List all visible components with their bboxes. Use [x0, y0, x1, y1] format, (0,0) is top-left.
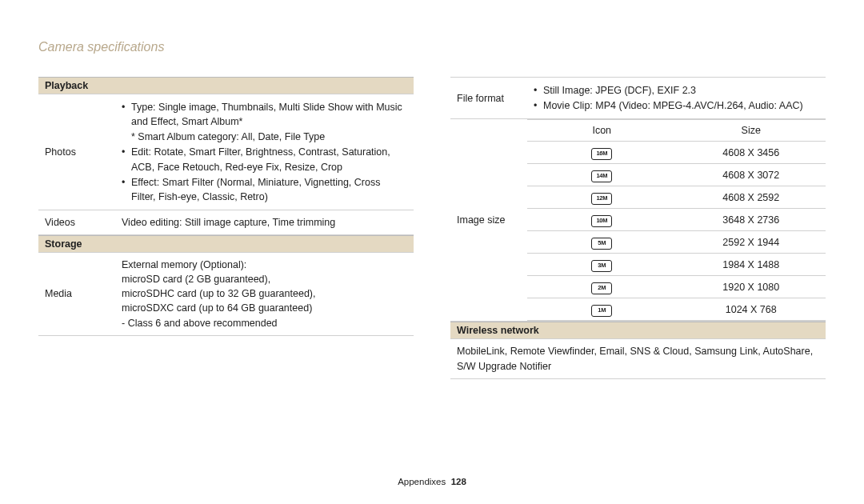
row-media: Media External memory (Optional): microS…	[38, 253, 414, 336]
media-l1: External memory (Optional):	[122, 258, 407, 272]
size-row: 12M4608 X 2592	[527, 186, 826, 209]
image-sizes-table: Icon Size 16M4608 X 3456 14M4608 X 3072 …	[527, 119, 826, 321]
media-l2: microSD card (2 GB guaranteed),	[122, 272, 407, 286]
page-footer: Appendixes 128	[0, 477, 864, 486]
row-photos: Photos Type: Single image, Thumbnails, M…	[38, 94, 414, 210]
size-value: 1024 X 768	[677, 298, 826, 321]
media-l4: microSDXC card (up to 64 GB guaranteed)	[122, 301, 407, 315]
fileformat-value: Still Image: JPEG (DCF), EXIF 2.3 Movie …	[527, 78, 826, 119]
size-value: 1920 X 1080	[677, 276, 826, 298]
photos-value: Type: Single image, Thumbnails, Multi Sl…	[115, 94, 414, 210]
row-imagesize: Image size Icon Size 16M4608 X 3456 14M4…	[450, 119, 826, 322]
size-row: 3M1984 X 1488	[527, 254, 826, 276]
size-value: 3648 X 2736	[677, 209, 826, 231]
playback-table: Photos Type: Single image, Thumbnails, M…	[38, 94, 414, 235]
size-icon: 3M	[591, 260, 612, 272]
imagesize-value: Icon Size 16M4608 X 3456 14M4608 X 3072 …	[527, 119, 826, 322]
row-fileformat: File format Still Image: JPEG (DCF), EXI…	[450, 78, 826, 119]
size-icon: 12M	[591, 193, 612, 205]
storage-header: Storage	[38, 235, 414, 252]
size-value: 2592 X 1944	[677, 231, 826, 254]
sizes-header-size: Size	[677, 120, 826, 142]
media-l5: - Class 6 and above recommended	[122, 316, 407, 330]
size-icon: 1M	[591, 305, 612, 317]
wireless-header: Wireless network	[450, 322, 826, 338]
size-value: 4608 X 3456	[677, 142, 826, 164]
sizes-header-row: Icon Size	[527, 120, 826, 142]
size-row: 2M1920 X 1080	[527, 276, 826, 298]
size-value: 4608 X 2592	[677, 186, 826, 209]
wireless-body: MobileLink, Remote Viewfinder, Email, SN…	[450, 338, 826, 378]
photos-label: Photos	[38, 94, 115, 210]
fileformat-still: Still Image: JPEG (DCF), EXIF 2.3	[534, 83, 819, 98]
right-column: File format Still Image: JPEG (DCF), EXI…	[450, 77, 826, 379]
size-row: 1M1024 X 768	[527, 298, 826, 321]
videos-label: Videos	[38, 210, 115, 234]
media-l3: microSDHC card (up to 32 GB guaranteed),	[122, 286, 407, 301]
size-row: 10M3648 X 2736	[527, 209, 826, 231]
size-icon: 10M	[591, 215, 612, 227]
row-videos: Videos Video editing: Still image captur…	[38, 210, 414, 234]
sizes-header-icon: Icon	[527, 120, 677, 142]
size-row: 14M4608 X 3072	[527, 164, 826, 186]
imagesize-label: Image size	[450, 119, 527, 322]
size-icon: 5M	[591, 238, 612, 250]
photos-edit: Edit: Rotate, Smart Filter, Brightness, …	[122, 145, 407, 174]
fileformat-movie: Movie Clip: MP4 (Video: MPEG-4.AVC/H.264…	[534, 98, 819, 113]
media-value: External memory (Optional): microSD card…	[115, 253, 414, 336]
content-columns: Playback Photos Type: Single image, Thum…	[38, 77, 826, 379]
size-icon: 16M	[591, 148, 612, 160]
photos-smart-album: * Smart Album category: All, Date, File …	[122, 130, 407, 144]
fileformat-label: File format	[450, 78, 527, 119]
storage-table: Media External memory (Optional): microS…	[38, 252, 414, 336]
photos-effect: Effect: Smart Filter (Normal, Miniature,…	[122, 175, 407, 204]
media-label: Media	[38, 253, 115, 336]
size-row: 5M2592 X 1944	[527, 231, 826, 254]
fileformat-table: File format Still Image: JPEG (DCF), EXI…	[450, 77, 826, 322]
photos-type: Type: Single image, Thumbnails, Multi Sl…	[122, 100, 407, 129]
videos-value: Video editing: Still image capture, Time…	[115, 210, 414, 234]
playback-header: Playback	[38, 77, 414, 94]
size-icon: 2M	[591, 282, 612, 294]
footer-page: 128	[451, 477, 466, 486]
left-column: Playback Photos Type: Single image, Thum…	[38, 77, 414, 379]
size-row: 16M4608 X 3456	[527, 142, 826, 164]
size-value: 1984 X 1488	[677, 254, 826, 276]
page-title: Camera specifications	[38, 40, 826, 54]
size-value: 4608 X 3072	[677, 164, 826, 186]
size-icon: 14M	[591, 170, 612, 182]
footer-label: Appendixes	[398, 477, 446, 486]
